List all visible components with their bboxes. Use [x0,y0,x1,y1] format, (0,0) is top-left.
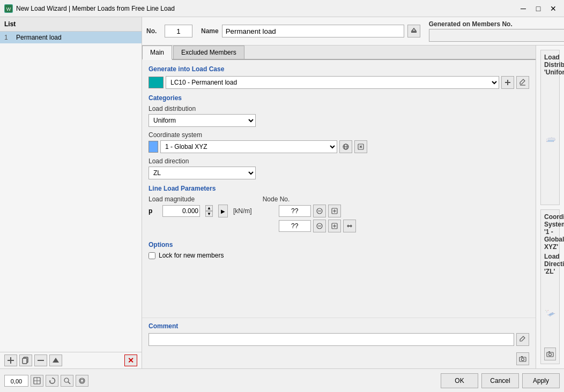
list-header: List [0,17,142,32]
top-diagram-box: Load Distribution 'Uniform' [540,50,560,205]
categories-section-title: Categories [149,94,529,102]
lock-label: Lock for new members [159,252,224,259]
load-magnitude-group: Load magnitude p ▲ ▼ ▶ [kN/m] [149,195,252,220]
svg-text:X: X [548,310,549,310]
svg-text:p: p [551,137,552,138]
p-arrow-btn[interactable]: ▶ [218,205,228,217]
list-item-num: 1 [4,34,13,41]
comment-icon-btn[interactable] [516,333,529,346]
top-fields: No. Name Generated on Members No. [142,17,564,46]
close-button[interactable]: ✕ [547,4,560,13]
svg-rect-11 [507,80,508,85]
name-edit-button[interactable] [407,25,420,37]
form-camera-btn[interactable] [516,352,529,365]
remove-load-button[interactable] [34,355,47,366]
node-input-1[interactable] [279,205,311,217]
list-item[interactable]: 1 Permanent load [0,32,142,43]
coord-display: 0,00 [4,375,28,387]
p-spin-down[interactable]: ▼ [205,211,213,217]
svg-text:Y: Y [546,310,546,310]
p-unit: [kN/m] [233,207,252,215]
maximize-button[interactable]: □ [532,4,545,13]
node-no-label: Node No. [263,195,356,203]
node-input-2[interactable] [279,220,311,232]
svg-point-64 [548,314,548,315]
apply-button[interactable]: Apply [522,373,560,388]
copy-load-button[interactable] [19,355,32,366]
bottom-diagram-box: Coordinate System '1 - Global XYZ' Load … [540,209,560,365]
svg-point-46 [555,140,555,140]
load-magnitude-label: Load magnitude [149,195,252,203]
node-add-btn-1[interactable] [328,205,341,217]
svg-rect-34 [521,356,523,357]
svg-point-93 [80,379,84,382]
comment-input[interactable] [149,333,514,346]
svg-marker-29 [347,224,348,228]
node-move-btn-2[interactable] [343,220,356,232]
delete-red-button[interactable]: ✕ [124,355,137,366]
snap-btn[interactable] [31,375,43,387]
lc-add-button[interactable] [501,76,514,89]
svg-point-43 [546,141,547,142]
bottom-diagram-title-line1: Coordinate System '1 - Global XYZ' [544,213,556,251]
tab-excluded-members[interactable]: Excluded Members [173,46,244,59]
node-delete-btn-1[interactable] [313,205,326,217]
svg-point-85 [549,353,552,356]
no-input[interactable] [165,25,192,37]
node-add-btn-2[interactable] [328,220,341,232]
load-direction-select[interactable]: ZL XL YL Z X Y [149,167,256,179]
coord-icon-btn2[interactable] [354,140,367,153]
node-row-2 [279,220,356,232]
coord-row: 1 - Global XYZ Local [149,140,529,153]
bottom-diagram-svg: 1 2 [544,277,556,348]
node-no-group: Node No. [263,195,356,232]
load-distribution-label: Load distribution [149,105,529,112]
lc-edit-button[interactable] [516,76,529,89]
svg-rect-8 [411,32,417,33]
name-input[interactable] [222,25,404,37]
add-load-button[interactable] [4,355,17,366]
lc-select[interactable]: LC10 - Permanent load [166,76,499,89]
generate-section-title: Generate into Load Case [149,65,529,73]
comment-area: Comment [142,318,536,350]
settings-btn[interactable] [76,375,88,387]
options-section-title: Options [149,241,529,248]
coordinate-system-select[interactable]: 1 - Global XYZ Local [160,140,337,153]
bottom-diagram-title-line2: Load Direction 'ZL' [544,253,556,275]
zoom-btn[interactable] [61,375,73,387]
generated-label: Generated on Members No. [429,20,564,28]
svg-rect-5 [23,358,27,364]
name-group: Name [201,25,420,37]
node-delete-btn-2[interactable] [313,220,326,232]
lock-checkbox[interactable] [149,252,155,259]
move-up-button[interactable] [49,355,62,366]
ok-button[interactable]: OK [441,373,478,388]
generated-input[interactable] [429,29,564,42]
form-bottom-toolbar [142,350,536,368]
p-spinner[interactable]: ▲ ▼ [205,205,213,217]
form-content: Generate into Load Case LC10 - Permanent… [142,60,536,318]
rotate-btn[interactable] [46,375,58,387]
lock-checkbox-row: Lock for new members [149,252,529,259]
no-group: No. [146,25,192,37]
diagram-camera-btn[interactable] [544,348,556,360]
svg-marker-59 [548,312,555,316]
bottom-left-tools: 0,00 [4,375,88,387]
p-input[interactable] [162,205,200,217]
node-row-1 [279,205,356,217]
list-item-label: Permanent load [16,34,137,41]
top-diagram-title: Load Distribution 'Uniform' [544,54,556,76]
left-panel: List 1 Permanent load ✕ [0,17,142,368]
node-rows [279,205,356,232]
svg-line-78 [547,310,548,311]
line-load-section-title: Line Load Parameters [149,185,529,192]
title-bar: W New Load Wizard | Member Loads from Fr… [0,0,564,17]
tab-main[interactable]: Main [142,46,172,60]
cancel-button[interactable]: Cancel [481,373,519,388]
svg-point-67 [550,316,551,316]
minimize-button[interactable]: ─ [517,4,530,13]
coord-icon-btn1[interactable] [339,140,352,153]
load-distribution-select[interactable]: Uniform Linear Varying [149,114,256,127]
p-spin-up[interactable]: ▲ [205,205,213,211]
svg-point-45 [548,140,549,140]
